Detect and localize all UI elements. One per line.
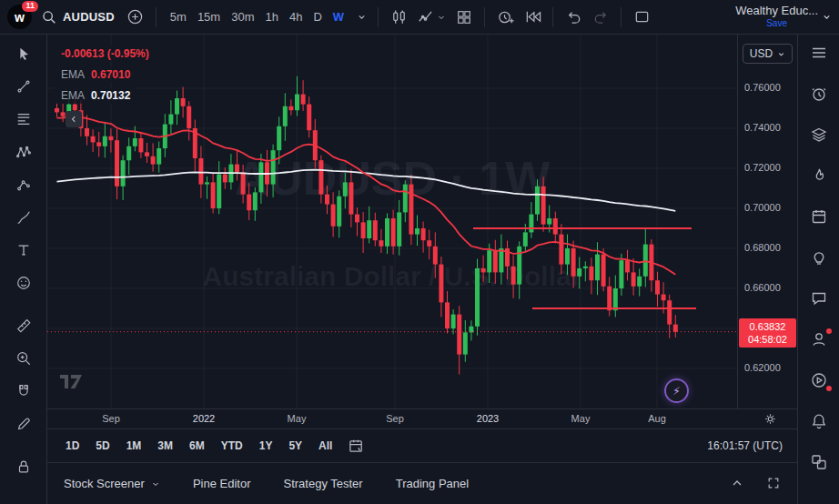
tab-stock-screener[interactable]: Stock Screener	[64, 477, 160, 490]
hotlists-button[interactable]	[810, 166, 828, 185]
text-tool[interactable]	[15, 242, 32, 259]
draw-tool[interactable]	[15, 416, 32, 433]
range-1y[interactable]: 1Y	[252, 436, 280, 456]
range-3m[interactable]: 3M	[150, 436, 180, 456]
price-axis-label: 0.76000	[744, 82, 781, 93]
range-6m[interactable]: 6M	[182, 436, 212, 456]
tab-label: Trading Panel	[396, 477, 469, 490]
interval-5m[interactable]: 5m	[165, 6, 192, 27]
magnet-icon	[15, 383, 32, 399]
expand-corners-icon	[766, 476, 781, 490]
tradingview-watermark-logo[interactable]	[60, 375, 85, 391]
time-axis-label: May	[571, 413, 591, 424]
layout-menu[interactable]: Wealthy Educ... Save	[735, 5, 832, 28]
time-axis[interactable]: Sep2022MaySep2023MayAug	[47, 408, 797, 428]
magnet-tool[interactable]	[15, 383, 32, 400]
indicator-legend-0[interactable]: EMA0.67010	[55, 66, 136, 83]
emoji-tool[interactable]	[15, 275, 32, 292]
interval-menu-button[interactable]	[353, 5, 369, 29]
lightning-quick-trade-button[interactable]: ⚡	[664, 378, 689, 403]
zoom-tool[interactable]	[15, 350, 32, 368]
text-icon	[15, 242, 32, 258]
toolbar-collapse-button[interactable]	[66, 111, 82, 127]
indicators-icon	[417, 8, 434, 25]
range-5y[interactable]: 5Y	[281, 436, 309, 456]
alarm-clock-icon	[810, 85, 828, 103]
indicators-button[interactable]	[414, 5, 449, 29]
undo-button[interactable]	[561, 5, 585, 29]
tradingview-app: w 11 AUDUSD 5m15m30m1h4hDW	[0, 0, 839, 504]
price-axis[interactable]: USD 0.760000.740000.720000.700000.680000…	[737, 35, 797, 408]
fib-retracement-tool[interactable]	[15, 111, 32, 128]
range-all[interactable]: All	[311, 436, 339, 456]
add-symbol-button[interactable]	[124, 5, 147, 29]
tab-trading-panel[interactable]: Trading Panel	[396, 477, 469, 490]
time-axis-label: 2022	[193, 413, 215, 424]
create-alert-button[interactable]	[493, 5, 517, 29]
symbol-search-button[interactable]: AUDUSD	[35, 9, 120, 25]
range-ytd[interactable]: YTD	[214, 436, 250, 456]
axis-settings-button[interactable]	[763, 412, 777, 426]
cursor-icon	[15, 45, 32, 62]
chart-plot[interactable]: AUDUSD · 1WAustralian Dollar / U.S. Doll…	[47, 35, 737, 408]
trend-line-icon	[15, 78, 32, 95]
range-5d[interactable]: 5D	[88, 436, 116, 456]
lock-drawings-tool[interactable]	[15, 459, 32, 476]
cursor-tool[interactable]	[15, 45, 32, 63]
calendar-button[interactable]	[810, 207, 828, 226]
multichart-layout-button[interactable]	[452, 5, 476, 29]
alerts-button[interactable]	[810, 85, 828, 103]
time-axis-label: Sep	[386, 413, 404, 424]
indicator-legend-1[interactable]: EMA0.70132	[55, 87, 136, 104]
currency-toggle-button[interactable]: USD	[743, 44, 793, 64]
chart-style-button[interactable]	[387, 5, 410, 29]
interval-W[interactable]: W	[328, 6, 349, 27]
video-ideas-button[interactable]	[810, 371, 828, 389]
interval-1h[interactable]: 1h	[259, 6, 283, 27]
indicator-value: 0.67010	[91, 68, 130, 81]
bottom-panel-controls	[730, 476, 781, 492]
zoom-in-icon	[15, 350, 32, 367]
ideas-button[interactable]	[810, 248, 828, 267]
chart-area: AUDUSD · 1WAustralian Dollar / U.S. Doll…	[47, 35, 797, 504]
toolbar-divider	[621, 7, 622, 27]
notifications-button[interactable]	[810, 412, 828, 430]
range-1d[interactable]: 1D	[58, 436, 86, 456]
pencil-icon	[15, 416, 32, 432]
pattern-tool[interactable]	[15, 144, 32, 161]
redo-button[interactable]	[589, 5, 612, 29]
price-axis-label: 0.70000	[744, 202, 781, 213]
object-tree-button[interactable]	[810, 453, 828, 471]
forecast-tool[interactable]	[15, 176, 32, 194]
panel-expand-button[interactable]	[730, 476, 744, 492]
measure-tool[interactable]	[15, 318, 32, 335]
panel-restore-button[interactable]	[766, 476, 781, 492]
save-label[interactable]: Save	[766, 18, 787, 29]
tradingview-logo-icon	[60, 375, 85, 388]
interval-D[interactable]: D	[308, 6, 327, 27]
symbol-change-legend[interactable]: -0.00613 (-0.95%)	[55, 45, 156, 62]
streams-button[interactable]	[810, 330, 828, 348]
chevron-down-icon	[822, 12, 832, 22]
brush-tool[interactable]	[15, 209, 32, 227]
bar-replay-button[interactable]	[521, 5, 544, 29]
trend-line-tool[interactable]	[15, 78, 32, 96]
replay-rewind-icon	[524, 8, 541, 25]
tab-pine-editor[interactable]: Pine Editor	[193, 477, 251, 490]
range-1m[interactable]: 1M	[119, 436, 149, 456]
go-to-date-button[interactable]	[348, 438, 365, 455]
chat-button[interactable]	[810, 289, 828, 307]
save-layout-button[interactable]	[630, 5, 653, 29]
tab-strategy-tester[interactable]: Strategy Tester	[283, 477, 362, 490]
interval-4h[interactable]: 4h	[284, 6, 308, 27]
gear-icon	[763, 412, 777, 426]
user-menu-button[interactable]: w 11	[7, 5, 32, 29]
watchlist-button[interactable]	[810, 44, 828, 62]
interval-15m[interactable]: 15m	[192, 6, 226, 27]
session-clock[interactable]: 16:01:57 (UTC)	[707, 439, 786, 452]
interval-30m[interactable]: 30m	[226, 6, 259, 27]
lightbulb-icon	[810, 248, 828, 267]
currency-label: USD	[750, 47, 773, 60]
news-button[interactable]	[810, 126, 828, 144]
fib-retracement-icon	[15, 111, 32, 127]
